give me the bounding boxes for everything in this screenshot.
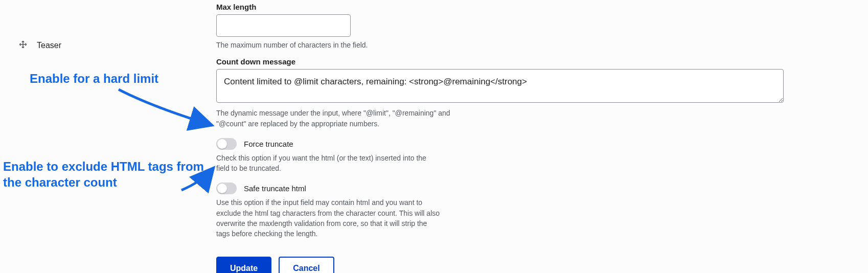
max-length-label: Max length	[216, 3, 789, 11]
countdown-label: Count down message	[216, 57, 789, 66]
force-truncate-label: Force truncate	[244, 140, 293, 148]
max-length-help: The maximum number of characters in the …	[216, 40, 467, 50]
safe-truncate-toggle[interactable]	[216, 183, 237, 194]
annotation-exclude-tags: Enable to exclude HTML tags from the cha…	[3, 158, 215, 190]
force-truncate-help: Check this option if you want the html (…	[216, 153, 441, 174]
update-button[interactable]: Update	[216, 257, 271, 273]
countdown-help: The dynamic message under the input, whe…	[216, 108, 467, 129]
countdown-textarea[interactable]	[216, 69, 784, 103]
max-length-input[interactable]	[216, 14, 351, 37]
drag-handle-icon[interactable]	[18, 40, 28, 51]
cancel-button[interactable]: Cancel	[279, 257, 334, 273]
safe-truncate-help: Use this option if the input field may c…	[216, 197, 441, 239]
sidebar-item-teaser[interactable]: Teaser	[37, 41, 61, 50]
safe-truncate-label: Safe truncate html	[244, 184, 306, 193]
force-truncate-toggle[interactable]	[216, 138, 237, 150]
annotation-hard-limit: Enable for a hard limit	[30, 71, 158, 86]
